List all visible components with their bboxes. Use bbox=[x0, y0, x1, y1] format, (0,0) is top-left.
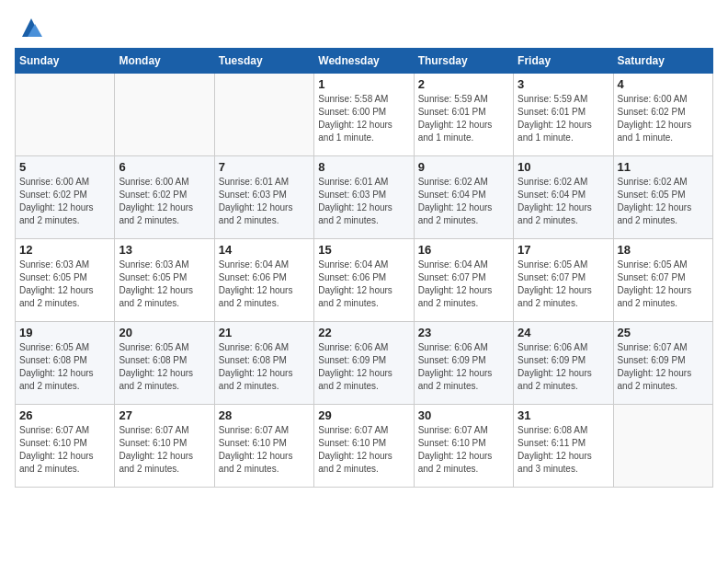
cell-info: Sunrise: 6:01 AMSunset: 6:03 PMDaylight:… bbox=[219, 177, 293, 225]
calendar-cell: 2Sunrise: 5:59 AMSunset: 6:01 PMDaylight… bbox=[414, 74, 513, 156]
cell-info: Sunrise: 6:05 AMSunset: 6:07 PMDaylight:… bbox=[618, 259, 692, 308]
cell-info: Sunrise: 6:07 AMSunset: 6:10 PMDaylight:… bbox=[219, 425, 293, 474]
calendar-cell bbox=[214, 74, 313, 156]
cell-info: Sunrise: 5:59 AMSunset: 6:01 PMDaylight:… bbox=[418, 94, 493, 143]
weekday-header: Monday bbox=[115, 49, 214, 74]
day-number: 1 bbox=[318, 77, 409, 91]
cell-info: Sunrise: 6:06 AMSunset: 6:09 PMDaylight:… bbox=[518, 342, 592, 391]
cell-info: Sunrise: 6:05 AMSunset: 6:08 PMDaylight:… bbox=[119, 342, 193, 391]
day-number: 10 bbox=[518, 160, 609, 174]
cell-info: Sunrise: 6:07 AMSunset: 6:09 PMDaylight:… bbox=[618, 342, 692, 391]
calendar-week-row: 1Sunrise: 5:58 AMSunset: 6:00 PMDaylight… bbox=[16, 74, 713, 156]
calendar-cell: 22Sunrise: 6:06 AMSunset: 6:09 PMDayligh… bbox=[314, 322, 414, 405]
calendar-body: 1Sunrise: 5:58 AMSunset: 6:00 PMDaylight… bbox=[16, 74, 713, 488]
calendar-cell: 3Sunrise: 5:59 AMSunset: 6:01 PMDaylight… bbox=[514, 74, 613, 156]
day-number: 24 bbox=[518, 326, 609, 339]
calendar-cell: 30Sunrise: 6:07 AMSunset: 6:10 PMDayligh… bbox=[414, 405, 513, 488]
logo-icon bbox=[18, 15, 44, 40]
cell-info: Sunrise: 6:06 AMSunset: 6:09 PMDaylight:… bbox=[318, 342, 392, 391]
cell-info: Sunrise: 6:03 AMSunset: 6:05 PMDaylight:… bbox=[119, 259, 193, 308]
calendar-cell: 5Sunrise: 6:00 AMSunset: 6:02 PMDaylight… bbox=[16, 156, 115, 239]
day-number: 27 bbox=[119, 408, 210, 422]
calendar-cell: 31Sunrise: 6:08 AMSunset: 6:11 PMDayligh… bbox=[514, 405, 613, 488]
weekday-header: Tuesday bbox=[214, 49, 313, 74]
calendar-cell: 8Sunrise: 6:01 AMSunset: 6:03 PMDaylight… bbox=[314, 156, 414, 239]
calendar-cell: 15Sunrise: 6:04 AMSunset: 6:06 PMDayligh… bbox=[314, 239, 414, 322]
calendar-cell: 19Sunrise: 6:05 AMSunset: 6:08 PMDayligh… bbox=[16, 322, 115, 405]
cell-info: Sunrise: 6:00 AMSunset: 6:02 PMDaylight:… bbox=[119, 177, 193, 225]
calendar-cell bbox=[613, 405, 712, 488]
day-number: 16 bbox=[418, 243, 509, 257]
day-number: 20 bbox=[119, 326, 210, 339]
day-number: 4 bbox=[618, 77, 709, 91]
calendar-cell: 23Sunrise: 6:06 AMSunset: 6:09 PMDayligh… bbox=[414, 322, 513, 405]
calendar-cell: 13Sunrise: 6:03 AMSunset: 6:05 PMDayligh… bbox=[115, 239, 214, 322]
calendar-cell: 26Sunrise: 6:07 AMSunset: 6:10 PMDayligh… bbox=[16, 405, 115, 488]
day-number: 12 bbox=[19, 243, 110, 257]
day-number: 9 bbox=[418, 160, 509, 174]
day-number: 11 bbox=[618, 160, 709, 174]
calendar-cell bbox=[115, 74, 214, 156]
cell-info: Sunrise: 6:08 AMSunset: 6:11 PMDaylight:… bbox=[518, 425, 592, 474]
calendar-cell: 27Sunrise: 6:07 AMSunset: 6:10 PMDayligh… bbox=[115, 405, 214, 488]
cell-info: Sunrise: 6:02 AMSunset: 6:04 PMDaylight:… bbox=[518, 177, 592, 225]
calendar-cell: 29Sunrise: 6:07 AMSunset: 6:10 PMDayligh… bbox=[314, 405, 414, 488]
calendar-table: SundayMondayTuesdayWednesdayThursdayFrid… bbox=[15, 48, 713, 488]
calendar-week-row: 19Sunrise: 6:05 AMSunset: 6:08 PMDayligh… bbox=[16, 322, 713, 405]
weekday-header: Saturday bbox=[613, 49, 712, 74]
cell-info: Sunrise: 6:04 AMSunset: 6:06 PMDaylight:… bbox=[318, 259, 392, 308]
cell-info: Sunrise: 6:06 AMSunset: 6:09 PMDaylight:… bbox=[418, 342, 493, 391]
cell-info: Sunrise: 6:06 AMSunset: 6:08 PMDaylight:… bbox=[219, 342, 293, 391]
calendar-week-row: 12Sunrise: 6:03 AMSunset: 6:05 PMDayligh… bbox=[16, 239, 713, 322]
cell-info: Sunrise: 6:07 AMSunset: 6:10 PMDaylight:… bbox=[119, 425, 193, 474]
calendar-cell: 7Sunrise: 6:01 AMSunset: 6:03 PMDaylight… bbox=[214, 156, 313, 239]
cell-info: Sunrise: 6:04 AMSunset: 6:06 PMDaylight:… bbox=[219, 259, 293, 308]
calendar-cell: 28Sunrise: 6:07 AMSunset: 6:10 PMDayligh… bbox=[214, 405, 313, 488]
cell-info: Sunrise: 6:07 AMSunset: 6:10 PMDaylight:… bbox=[418, 425, 493, 474]
day-number: 21 bbox=[219, 326, 310, 339]
day-number: 29 bbox=[318, 408, 409, 422]
cell-info: Sunrise: 6:02 AMSunset: 6:04 PMDaylight:… bbox=[418, 177, 493, 225]
day-number: 6 bbox=[119, 160, 210, 174]
day-number: 22 bbox=[318, 326, 409, 339]
cell-info: Sunrise: 6:04 AMSunset: 6:07 PMDaylight:… bbox=[418, 259, 493, 308]
cell-info: Sunrise: 5:58 AMSunset: 6:00 PMDaylight:… bbox=[318, 94, 392, 143]
calendar-week-row: 5Sunrise: 6:00 AMSunset: 6:02 PMDaylight… bbox=[16, 156, 713, 239]
day-number: 14 bbox=[219, 243, 310, 257]
calendar-cell: 16Sunrise: 6:04 AMSunset: 6:07 PMDayligh… bbox=[414, 239, 513, 322]
day-number: 15 bbox=[318, 243, 409, 257]
calendar-header: SundayMondayTuesdayWednesdayThursdayFrid… bbox=[16, 49, 713, 74]
calendar-cell: 20Sunrise: 6:05 AMSunset: 6:08 PMDayligh… bbox=[115, 322, 214, 405]
day-number: 19 bbox=[19, 326, 110, 339]
weekday-header: Friday bbox=[514, 49, 613, 74]
calendar-cell: 14Sunrise: 6:04 AMSunset: 6:06 PMDayligh… bbox=[214, 239, 313, 322]
weekday-header-row: SundayMondayTuesdayWednesdayThursdayFrid… bbox=[16, 49, 713, 74]
cell-info: Sunrise: 6:00 AMSunset: 6:02 PMDaylight:… bbox=[19, 177, 94, 225]
day-number: 31 bbox=[518, 408, 609, 422]
calendar-cell: 12Sunrise: 6:03 AMSunset: 6:05 PMDayligh… bbox=[16, 239, 115, 322]
day-number: 23 bbox=[418, 326, 509, 339]
cell-info: Sunrise: 6:07 AMSunset: 6:10 PMDaylight:… bbox=[318, 425, 392, 474]
cell-info: Sunrise: 6:07 AMSunset: 6:10 PMDaylight:… bbox=[19, 425, 94, 474]
calendar-cell: 6Sunrise: 6:00 AMSunset: 6:02 PMDaylight… bbox=[115, 156, 214, 239]
day-number: 26 bbox=[19, 408, 110, 422]
page-header bbox=[15, 15, 713, 40]
cell-info: Sunrise: 5:59 AMSunset: 6:01 PMDaylight:… bbox=[518, 94, 592, 143]
calendar-cell: 4Sunrise: 6:00 AMSunset: 6:02 PMDaylight… bbox=[613, 74, 712, 156]
day-number: 7 bbox=[219, 160, 310, 174]
day-number: 17 bbox=[518, 243, 609, 257]
day-number: 8 bbox=[318, 160, 409, 174]
weekday-header: Thursday bbox=[414, 49, 513, 74]
day-number: 3 bbox=[518, 77, 609, 91]
day-number: 30 bbox=[418, 408, 509, 422]
calendar-cell: 10Sunrise: 6:02 AMSunset: 6:04 PMDayligh… bbox=[514, 156, 613, 239]
day-number: 18 bbox=[618, 243, 709, 257]
day-number: 2 bbox=[418, 77, 509, 91]
cell-info: Sunrise: 6:00 AMSunset: 6:02 PMDaylight:… bbox=[618, 94, 692, 143]
weekday-header: Sunday bbox=[16, 49, 115, 74]
calendar-cell: 21Sunrise: 6:06 AMSunset: 6:08 PMDayligh… bbox=[214, 322, 313, 405]
calendar-cell: 18Sunrise: 6:05 AMSunset: 6:07 PMDayligh… bbox=[613, 239, 712, 322]
day-number: 28 bbox=[219, 408, 310, 422]
cell-info: Sunrise: 6:05 AMSunset: 6:08 PMDaylight:… bbox=[19, 342, 94, 391]
calendar-cell: 11Sunrise: 6:02 AMSunset: 6:05 PMDayligh… bbox=[613, 156, 712, 239]
